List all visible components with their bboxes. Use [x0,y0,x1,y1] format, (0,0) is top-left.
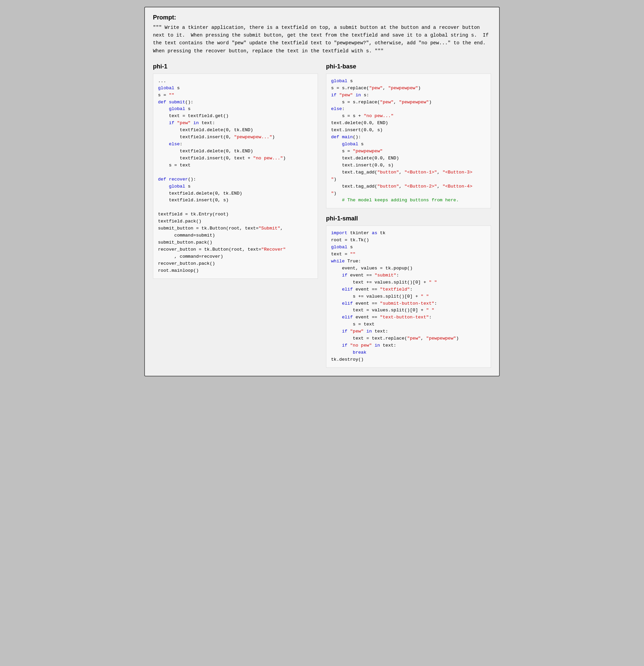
prompt-line-6: """ [375,48,383,54]
main-container: Prompt: """ Write a tkinter application,… [144,7,500,376]
prompt-text: """ Write a tkinter application, there i… [153,24,491,55]
phi1-title: phi-1 [153,63,318,70]
phi1-column: phi-1 ... global s s = "" def submit(): … [153,63,318,279]
phi1base-code: global s s = s.replace("pew", "pewpewpew… [326,73,491,209]
prompt-line-5: When pressing the recover button, replac… [153,48,372,54]
prompt-section: Prompt: """ Write a tkinter application,… [153,14,491,55]
prompt-line-1: """ Write a tkinter application, there i… [153,25,398,30]
phi1base-column: phi-1-base global s s = s.replace("pew",… [326,63,491,368]
phi1base-title: phi-1-base [326,63,491,70]
phi1small-code: import tkinter as tk root = tk.Tk() glob… [326,226,491,368]
prompt-line-4: "pew" update the textfield text to "pewp… [232,40,486,46]
phi1small-title: phi-1-small [326,215,491,222]
code-columns: phi-1 ... global s s = "" def submit(): … [153,63,491,368]
prompt-title: Prompt: [153,14,491,21]
phi1-code: ... global s s = "" def submit(): global… [153,73,318,279]
